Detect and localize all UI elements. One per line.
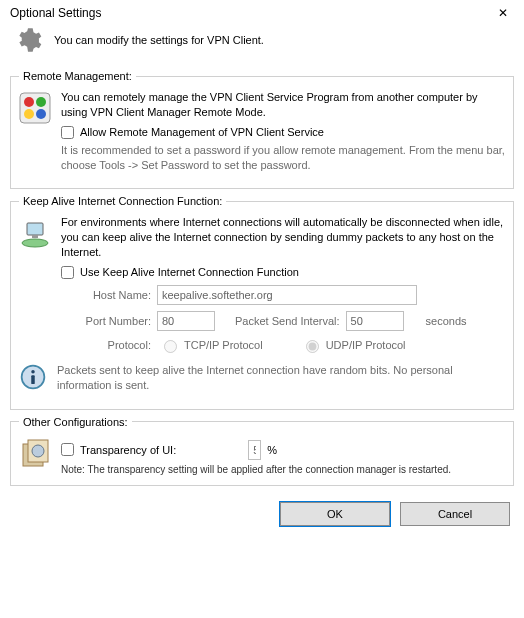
port-label: Port Number: [61,315,151,327]
port-input[interactable] [157,311,215,331]
hostname-label: Host Name: [61,289,151,301]
udp-label: UDP/IP Protocol [326,339,406,351]
allow-remote-checkbox[interactable] [61,126,74,139]
udp-radio[interactable] [306,340,319,353]
svg-point-4 [36,109,46,119]
transparency-label: Transparency of UI: [80,444,176,456]
remote-desc: You can remotely manage the VPN Client S… [61,90,505,120]
allow-remote-label: Allow Remote Management of VPN Client Se… [80,126,324,138]
transparency-input[interactable] [248,440,261,460]
percent-label: % [267,444,277,456]
keepalive-group: Keep Alive Internet Connection Function:… [10,195,514,409]
use-keepalive-checkbox[interactable] [61,266,74,279]
svg-rect-0 [20,93,50,123]
protocol-label: Protocol: [61,339,151,351]
svg-point-13 [32,445,44,457]
remote-management-group: Remote Management: You can remotely mana… [10,70,514,189]
tcp-radio[interactable] [164,340,177,353]
svg-point-3 [24,109,34,119]
svg-point-1 [24,97,34,107]
svg-rect-7 [32,235,38,238]
package-icon [19,438,51,470]
window-title: Optional Settings [10,6,101,20]
remote-icon [19,92,51,124]
close-icon[interactable]: ✕ [492,6,514,20]
svg-point-9 [31,370,35,374]
remote-hint: It is recommended to set a password if y… [61,143,505,173]
tcp-label: TCP/IP Protocol [184,339,263,351]
ok-button[interactable]: OK [280,502,390,526]
hostname-input[interactable] [157,285,417,305]
transparency-checkbox[interactable] [61,443,74,456]
interval-label: Packet Send Interval: [235,315,340,327]
keepalive-legend: Keep Alive Internet Connection Function: [19,195,226,207]
use-keepalive-label: Use Keep Alive Internet Connection Funct… [80,266,299,278]
remote-legend: Remote Management: [19,70,136,82]
svg-point-5 [22,239,48,247]
keepalive-info: Packets sent to keep alive the Internet … [57,363,505,393]
interval-input[interactable] [346,311,404,331]
keepalive-desc: For environments where Internet connecti… [61,215,505,260]
seconds-label: seconds [426,315,467,327]
svg-point-2 [36,97,46,107]
gear-icon [14,26,42,54]
cancel-button[interactable]: Cancel [400,502,510,526]
info-icon [19,363,47,391]
other-config-group: Other Configurations: Transparency of UI… [10,416,514,486]
other-legend: Other Configurations: [19,416,132,428]
transparency-note: Note: The transparency setting will be a… [61,464,505,475]
svg-rect-6 [27,223,43,235]
header-text: You can modify the settings for VPN Clie… [54,34,264,46]
svg-rect-10 [31,375,35,384]
network-icon [19,217,51,249]
